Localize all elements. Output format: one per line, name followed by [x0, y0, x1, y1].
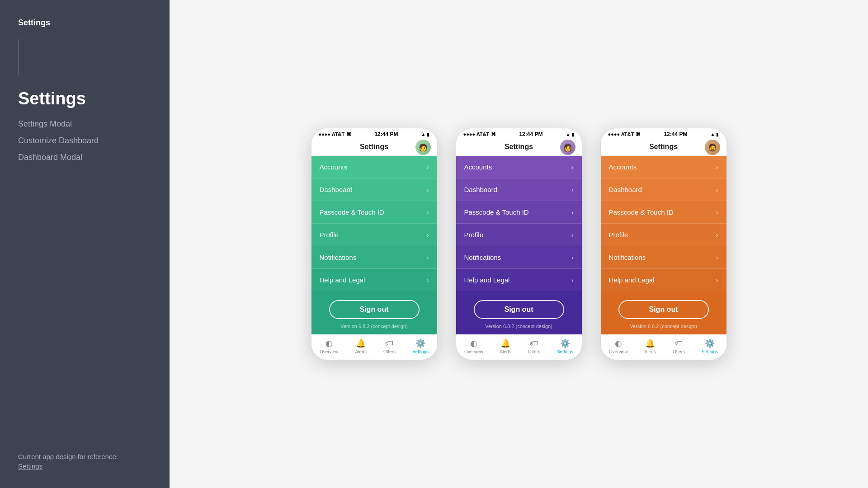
sign-out-area-green: Sign out Version 6.8.2 (concept design) — [311, 291, 437, 334]
settings-item-accounts-green[interactable]: Accounts › — [311, 156, 437, 178]
nav-overview-label-purple: Overview — [464, 349, 483, 354]
sidebar: Settings Settings Settings Modal Customi… — [0, 0, 170, 488]
carrier-orange: ●●●● AT&T — [608, 131, 634, 137]
bottom-nav-purple: ◐ Overview 🔔 Alerts 🏷 Offers ⚙️ Settings — [456, 334, 582, 360]
chevron-notifications-green: › — [427, 254, 429, 261]
nav-alerts-green[interactable]: 🔔 Alerts — [355, 338, 367, 354]
phone-purple: ●●●● AT&T ⌘ 12:44 PM ▲ ▮ Settings 👩 Acco… — [456, 128, 582, 360]
chevron-accounts-green: › — [427, 164, 429, 171]
nav-offers-orange[interactable]: 🏷 Offers — [673, 339, 685, 354]
time-orange: 12:44 PM — [664, 131, 687, 137]
settings-item-profile-purple[interactable]: Profile › — [456, 224, 582, 246]
sign-out-button-purple[interactable]: Sign out — [474, 300, 564, 319]
app-header-title-orange: Settings — [649, 143, 678, 151]
time-green: 12:44 PM — [374, 131, 398, 137]
settings-item-notifications-purple[interactable]: Notifications › — [456, 246, 582, 269]
sidebar-item-settings-modal[interactable]: Settings Modal — [18, 117, 156, 131]
nav-settings-orange[interactable]: ⚙️ Settings — [702, 338, 718, 354]
settings-item-profile-orange[interactable]: Profile › — [601, 224, 726, 246]
settings-item-label-profile-purple: Profile — [464, 231, 484, 239]
sign-out-button-green[interactable]: Sign out — [329, 300, 420, 319]
nav-overview-purple[interactable]: ◐ Overview — [464, 338, 483, 354]
sidebar-title: Settings — [14, 89, 156, 108]
sidebar-footer-link[interactable]: Settings — [18, 462, 156, 470]
settings-item-label-dashboard-green: Dashboard — [320, 186, 353, 193]
status-bar-right-purple: ▲ ▮ — [566, 132, 575, 137]
app-header-title-green: Settings — [360, 143, 388, 151]
settings-item-profile-green[interactable]: Profile › — [311, 224, 437, 246]
settings-item-label-profile-green: Profile — [320, 231, 339, 239]
settings-item-label-passcode-green: Passcode & Touch ID — [320, 208, 384, 216]
signal-icon-purple: ▲ — [566, 132, 571, 137]
chevron-helplegal-green: › — [427, 277, 429, 284]
chevron-helplegal-purple: › — [571, 277, 574, 284]
sidebar-item-customize-dashboard[interactable]: Customize Dashboard — [18, 134, 156, 147]
settings-item-accounts-purple[interactable]: Accounts › — [456, 156, 582, 178]
version-text-green: Version 6.8.2 (concept design) — [340, 324, 408, 329]
nav-overview-orange[interactable]: ◐ Overview — [609, 338, 628, 354]
nav-settings-green[interactable]: ⚙️ Settings — [412, 338, 429, 354]
settings-item-label-dashboard-orange: Dashboard — [609, 186, 642, 193]
nav-offers-purple[interactable]: 🏷 Offers — [528, 339, 540, 354]
settings-item-label-notifications-purple: Notifications — [464, 253, 501, 261]
settings-item-accounts-orange[interactable]: Accounts › — [601, 156, 726, 178]
chevron-helplegal-orange: › — [716, 277, 718, 284]
nav-offers-label-green: Offers — [383, 349, 396, 354]
app-header-title-purple: Settings — [505, 143, 533, 151]
nav-alerts-label-purple: Alerts — [500, 349, 512, 354]
settings-item-label-notifications-orange: Notifications — [609, 253, 646, 261]
alerts-icon-orange: 🔔 — [645, 338, 655, 348]
nav-settings-purple[interactable]: ⚙️ Settings — [557, 338, 573, 354]
chevron-passcode-purple: › — [571, 209, 574, 216]
time-purple: 12:44 PM — [519, 131, 542, 137]
wifi-icon-purple: ⌘ — [491, 131, 496, 137]
nav-alerts-orange[interactable]: 🔔 Alerts — [645, 338, 656, 354]
sign-out-button-orange[interactable]: Sign out — [618, 300, 709, 319]
settings-item-helplegal-green[interactable]: Help and Legal › — [311, 269, 437, 291]
offers-icon-purple: 🏷 — [530, 339, 538, 348]
settings-item-helplegal-purple[interactable]: Help and Legal › — [456, 269, 582, 291]
settings-item-label-passcode-orange: Passcode & Touch ID — [609, 208, 674, 216]
nav-offers-label-purple: Offers — [528, 349, 540, 354]
settings-list-green: Accounts › Dashboard › Passcode & Touch … — [311, 156, 437, 291]
offers-icon-green: 🏷 — [385, 339, 393, 348]
sidebar-item-dashboard-modal[interactable]: Dashboard Modal — [18, 151, 156, 164]
settings-item-notifications-orange[interactable]: Notifications › — [601, 246, 726, 269]
signal-icon-green: ▲ — [421, 132, 426, 137]
status-bar-left-orange: ●●●● AT&T ⌘ — [608, 131, 641, 137]
settings-item-passcode-orange[interactable]: Passcode & Touch ID › — [601, 201, 726, 224]
settings-item-notifications-green[interactable]: Notifications › — [311, 246, 437, 269]
settings-icon-green: ⚙️ — [415, 338, 425, 348]
nav-overview-label-orange: Overview — [609, 349, 628, 354]
nav-offers-green[interactable]: 🏷 Offers — [383, 339, 396, 354]
settings-icon-orange: ⚙️ — [705, 338, 715, 348]
settings-item-helplegal-orange[interactable]: Help and Legal › — [601, 269, 726, 291]
chevron-accounts-orange: › — [716, 164, 718, 171]
settings-item-label-accounts-orange: Accounts — [609, 163, 637, 171]
settings-item-label-passcode-purple: Passcode & Touch ID — [464, 208, 529, 216]
status-bar-purple: ●●●● AT&T ⌘ 12:44 PM ▲ ▮ — [456, 128, 582, 139]
settings-item-dashboard-green[interactable]: Dashboard › — [311, 178, 437, 201]
sign-out-area-purple: Sign out Version 6.8.2 (concept design) — [456, 291, 582, 334]
version-text-purple: Version 6.8.2 (concept design) — [485, 324, 552, 329]
alerts-icon-purple: 🔔 — [500, 338, 510, 348]
chevron-accounts-purple: › — [571, 164, 574, 171]
status-bar-left-purple: ●●●● AT&T ⌘ — [463, 131, 496, 137]
settings-item-dashboard-orange[interactable]: Dashboard › — [601, 178, 726, 201]
avatar-orange: 🧔 — [705, 140, 720, 155]
settings-item-dashboard-purple[interactable]: Dashboard › — [456, 178, 582, 201]
status-bar-right-orange: ▲ ▮ — [711, 132, 719, 137]
nav-overview-green[interactable]: ◐ Overview — [320, 338, 339, 354]
status-bar-orange: ●●●● AT&T ⌘ 12:44 PM ▲ ▮ — [601, 128, 726, 139]
version-text-orange: Version 6.8.2 (concept design) — [630, 324, 697, 329]
settings-item-label-accounts-green: Accounts — [320, 163, 348, 171]
chevron-passcode-orange: › — [716, 209, 718, 216]
settings-item-passcode-green[interactable]: Passcode & Touch ID › — [311, 201, 437, 224]
app-header-orange: Settings 🧔 — [601, 139, 726, 156]
nav-alerts-label-orange: Alerts — [645, 349, 656, 354]
status-bar-right-green: ▲ ▮ — [421, 132, 430, 137]
nav-alerts-purple[interactable]: 🔔 Alerts — [500, 338, 512, 354]
settings-item-passcode-purple[interactable]: Passcode & Touch ID › — [456, 201, 582, 224]
nav-overview-label-green: Overview — [320, 349, 339, 354]
phone-orange: ●●●● AT&T ⌘ 12:44 PM ▲ ▮ Settings 🧔 Acco… — [600, 128, 727, 360]
